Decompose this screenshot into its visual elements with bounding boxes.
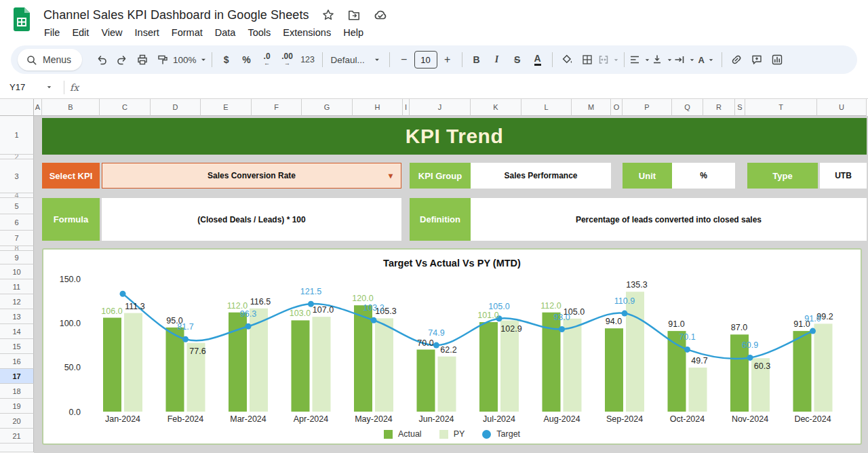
row-header-10[interactable]: 10	[0, 264, 34, 279]
actual-data-label: 70.0	[417, 338, 433, 348]
vertical-align-button[interactable]	[651, 50, 673, 70]
menu-format[interactable]: Format	[165, 25, 209, 40]
number-format-button[interactable]: 123	[298, 50, 318, 70]
row-header-3[interactable]: 3	[0, 159, 34, 193]
format-currency-button[interactable]: $	[216, 50, 237, 70]
target-data-label: 91.0	[804, 314, 821, 323]
italic-button[interactable]: I	[487, 50, 507, 70]
kpi-dropdown[interactable]: Sales Conversion Rate ▾	[102, 163, 401, 189]
star-icon[interactable]	[321, 8, 335, 22]
strikethrough-button[interactable]: S	[507, 50, 528, 70]
column-header-C[interactable]: C	[100, 99, 151, 116]
menus-search[interactable]: Menus	[18, 49, 82, 71]
row-header-1[interactable]: 1	[0, 116, 34, 155]
row-header-partial[interactable]	[0, 444, 34, 452]
column-header-A[interactable]: A	[34, 99, 42, 116]
column-header-G[interactable]: G	[302, 99, 353, 116]
column-header-M[interactable]: M	[572, 99, 611, 116]
menu-edit[interactable]: Edit	[66, 25, 95, 40]
text-color-button[interactable]: A	[528, 50, 548, 70]
row-header-16[interactable]: 16	[0, 354, 34, 369]
horizontal-align-button[interactable]	[629, 50, 651, 70]
bold-button[interactable]: B	[467, 50, 487, 70]
increase-decimal-button[interactable]: .00→	[277, 50, 298, 70]
borders-button[interactable]	[577, 50, 597, 70]
y-tick-label: 100.0	[60, 319, 81, 328]
kpi-trend-chart[interactable]: Target Vs Actual Vs PY (MTD) 150.0100.05…	[42, 248, 862, 445]
row-header-18[interactable]: 18	[0, 384, 34, 399]
move-to-folder-icon[interactable]	[347, 8, 361, 22]
insert-chart-button[interactable]	[767, 50, 787, 70]
row-header-4[interactable]: 4	[0, 193, 34, 198]
chevron-down-icon	[612, 56, 620, 64]
target-point	[810, 328, 816, 334]
column-header-J[interactable]: J	[410, 99, 471, 116]
column-header-P[interactable]: P	[623, 99, 672, 116]
insert-comment-button[interactable]	[747, 50, 767, 70]
row-header-14[interactable]: 14	[0, 324, 34, 339]
row-header-17[interactable]: 17	[0, 369, 34, 384]
column-header-D[interactable]: D	[151, 99, 201, 116]
row-header-7[interactable]: 7	[0, 231, 34, 246]
menu-file[interactable]: File	[38, 25, 66, 40]
row-header-15[interactable]: 15	[0, 339, 34, 354]
text-wrap-button[interactable]	[673, 50, 696, 70]
row-header-9[interactable]: 9	[0, 251, 34, 264]
menu-data[interactable]: Data	[209, 25, 242, 40]
column-header-B[interactable]: B	[42, 99, 100, 116]
insert-link-button[interactable]	[726, 50, 747, 70]
row-header-19[interactable]: 19	[0, 399, 34, 414]
row-header-12[interactable]: 12	[0, 294, 34, 309]
column-header-Q[interactable]: Q	[672, 99, 703, 116]
column-header-E[interactable]: E	[201, 99, 252, 116]
row-header-11[interactable]: 11	[0, 279, 34, 294]
decrease-decimal-button[interactable]: .0←	[257, 50, 277, 70]
undo-button[interactable]	[92, 50, 112, 70]
paint-format-button[interactable]	[153, 50, 173, 70]
select-all-corner[interactable]	[0, 99, 34, 116]
menu-help[interactable]: Help	[337, 25, 370, 40]
font-size-input[interactable]: 10	[414, 51, 437, 68]
column-header-L[interactable]: L	[521, 99, 572, 116]
document-title[interactable]: Channel Sales KPI Dashboard in Google Sh…	[43, 8, 309, 22]
row-header-21[interactable]: 21	[0, 429, 34, 444]
text-rotate-button[interactable]: A	[696, 50, 717, 70]
cloud-save-status-icon[interactable]	[373, 7, 388, 22]
sheets-logo-icon[interactable]	[12, 7, 31, 33]
print-button[interactable]	[132, 50, 153, 70]
column-header-F[interactable]: F	[252, 99, 302, 116]
row-header-6[interactable]: 6	[0, 214, 34, 231]
column-header-O[interactable]: O	[611, 99, 623, 116]
chevron-down-icon	[373, 56, 381, 64]
name-box[interactable]: Y17	[0, 82, 58, 92]
target-data-label: 110.9	[614, 296, 635, 306]
menu-extensions[interactable]: Extensions	[277, 25, 337, 40]
column-header-U[interactable]: U	[817, 99, 867, 116]
format-percent-button[interactable]: %	[237, 50, 257, 70]
column-header-R[interactable]: R	[703, 99, 735, 116]
font-selector[interactable]: Defaul...	[327, 50, 385, 70]
redo-button[interactable]	[112, 50, 132, 70]
increase-font-size-button[interactable]: +	[437, 50, 458, 70]
row-header-2[interactable]: 2	[0, 155, 34, 159]
decrease-font-size-button[interactable]: −	[394, 50, 414, 70]
row-header-8[interactable]: 8	[0, 246, 34, 251]
row-header-5[interactable]: 5	[0, 198, 34, 214]
zoom-selector[interactable]: 100%	[173, 50, 208, 70]
bar-actual	[103, 318, 121, 412]
x-tick-label: Aug-2024	[543, 414, 580, 424]
column-header-K[interactable]: K	[471, 99, 521, 116]
column-header-T[interactable]: T	[745, 99, 817, 116]
row-header-13[interactable]: 13	[0, 309, 34, 324]
menu-tools[interactable]: Tools	[241, 25, 277, 40]
menu-insert[interactable]: Insert	[129, 25, 165, 40]
column-header-S[interactable]: S	[735, 99, 745, 116]
column-header-I[interactable]: I	[403, 99, 410, 116]
fill-color-button[interactable]	[557, 50, 577, 70]
menu-view[interactable]: View	[95, 25, 128, 40]
merge-cells-button[interactable]	[597, 50, 620, 70]
row-header-20[interactable]: 20	[0, 414, 34, 429]
py-data-label: 116.5	[250, 297, 271, 307]
column-header-H[interactable]: H	[353, 99, 403, 116]
chart-title: Target Vs Actual Vs PY (MTD)	[43, 258, 861, 269]
